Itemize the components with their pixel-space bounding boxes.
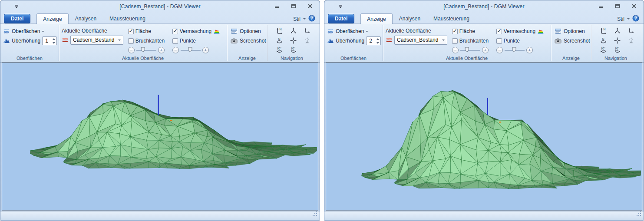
slider-plus-button[interactable]: + bbox=[158, 47, 165, 53]
ribbon-tab-row: Datei Anzeige Analysen Maussteuerung Sti… bbox=[0, 13, 320, 24]
vermaschung-checkbox[interactable] bbox=[172, 29, 178, 34]
surface-combobox[interactable]: Cadsem_Bestand bbox=[394, 36, 447, 45]
tab-anzeige[interactable]: Anzeige bbox=[360, 13, 392, 24]
nav-rotate-90-ccw-button[interactable]: 90° bbox=[274, 46, 285, 55]
terrain-3d-view[interactable] bbox=[326, 63, 641, 210]
file-tab[interactable]: Datei bbox=[328, 14, 354, 23]
screenshot-button[interactable]: Screenshot bbox=[230, 36, 265, 46]
slider-minus-button[interactable]: − bbox=[496, 47, 503, 53]
slider-minus-button[interactable]: − bbox=[172, 47, 179, 53]
nav-3d-axes-button[interactable] bbox=[287, 26, 299, 36]
punkte-checkbox[interactable] bbox=[172, 38, 178, 44]
nav-rotate-90-ccw-button[interactable]: 90° bbox=[598, 46, 609, 55]
checkbox-vermaschung[interactable]: Vermaschung bbox=[496, 26, 549, 36]
exaggeration-spinner[interactable]: 1 bbox=[42, 36, 57, 45]
flaeche-checkbox[interactable] bbox=[452, 29, 458, 34]
slider-plus-button[interactable]: + bbox=[482, 47, 489, 53]
surfaces-dropdown-button[interactable]: Oberflächen bbox=[3, 26, 57, 36]
nav-rotate-90-cw-button[interactable]: 90° bbox=[611, 46, 623, 55]
slider-plus-button[interactable]: + bbox=[202, 47, 209, 53]
spinner-down-button[interactable] bbox=[375, 41, 380, 45]
nav-axis-north-button[interactable]: N bbox=[274, 26, 285, 36]
quick-access-toolbar-icon[interactable] bbox=[337, 3, 343, 10]
bruchkanten-checkbox[interactable] bbox=[452, 38, 458, 44]
exaggeration-row: Überhöhung 1 bbox=[3, 36, 57, 46]
slider-plus-button[interactable]: + bbox=[526, 47, 533, 53]
vermaschung-slider[interactable] bbox=[180, 47, 201, 53]
spinner-up-button[interactable] bbox=[51, 37, 56, 41]
help-button[interactable]: ? bbox=[632, 15, 639, 23]
slider-minus-button[interactable]: − bbox=[452, 47, 459, 53]
flaeche-opacity-slider-row: − + bbox=[452, 46, 494, 54]
minimize-button[interactable] bbox=[274, 3, 281, 9]
quick-access-toolbar-icon[interactable] bbox=[13, 3, 20, 10]
nav-rotate-90-cw-button[interactable]: 90° bbox=[287, 46, 299, 55]
stil-menu[interactable]: Stil bbox=[293, 16, 301, 22]
checkbox-flaeche[interactable]: Fläche bbox=[128, 26, 170, 36]
tab-maussteuerung[interactable]: Maussteuerung bbox=[103, 13, 152, 23]
spinner-down-button[interactable] bbox=[51, 41, 56, 45]
nav-3d-axes-button[interactable] bbox=[611, 26, 623, 36]
checkbox-bruchkanten[interactable]: Bruchkanten bbox=[128, 36, 170, 46]
checkbox-flaeche[interactable]: Fläche bbox=[452, 26, 494, 36]
bruchkanten-checkbox[interactable] bbox=[128, 38, 134, 44]
nav-corner-rotate-button[interactable] bbox=[301, 26, 313, 36]
slider-minus-button[interactable]: − bbox=[128, 47, 135, 53]
exaggeration-spinner[interactable]: 2 bbox=[366, 36, 381, 45]
resize-grip[interactable] bbox=[636, 211, 642, 218]
group-aktuelle-oberflaeche: Aktuelle Oberfläche Cadsem_Bestand bbox=[59, 24, 227, 62]
chevron-down-icon[interactable] bbox=[627, 18, 630, 20]
tab-analysen[interactable]: Analysen bbox=[393, 13, 427, 23]
combobox-arrow[interactable] bbox=[116, 40, 123, 41]
combobox-arrow[interactable] bbox=[440, 40, 447, 41]
tab-analysen[interactable]: Analysen bbox=[69, 13, 103, 23]
nav-rotate-north-button[interactable]: N bbox=[598, 36, 609, 45]
minimize-button[interactable] bbox=[598, 3, 604, 9]
nav-center-view-button[interactable] bbox=[611, 36, 623, 45]
flaeche-checkbox[interactable] bbox=[128, 29, 134, 34]
restore-button[interactable] bbox=[290, 3, 297, 9]
checkbox-bruchkanten[interactable]: Bruchkanten bbox=[452, 36, 494, 46]
spinner-up-button[interactable] bbox=[375, 37, 380, 41]
surface-combobox[interactable]: Cadsem_Bestand bbox=[70, 36, 123, 45]
vermaschung-checkbox[interactable] bbox=[496, 29, 502, 34]
nav-corner-rotate-button[interactable] bbox=[625, 26, 637, 36]
flaeche-opacity-slider[interactable] bbox=[459, 47, 481, 53]
exaggeration-row: Überhöhung 2 bbox=[327, 36, 381, 46]
vermaschung-slider-row: − + bbox=[496, 46, 549, 54]
titlebar[interactable]: [Cadsem_Bestand] - DGM Viewer bbox=[0, 0, 320, 13]
punkte-label: Punkte bbox=[504, 38, 520, 44]
layers-red-icon bbox=[386, 36, 393, 43]
punkte-checkbox[interactable] bbox=[496, 38, 502, 44]
close-button[interactable] bbox=[631, 3, 637, 9]
close-button[interactable] bbox=[307, 3, 314, 9]
svg-text:90°: 90° bbox=[601, 47, 605, 50]
nav-axis-north-button[interactable]: N bbox=[598, 26, 609, 36]
group-label: Aktuelle Oberfläche bbox=[59, 56, 227, 61]
checkbox-punkte[interactable]: Punkte bbox=[172, 36, 225, 46]
tab-maussteuerung[interactable]: Maussteuerung bbox=[427, 13, 476, 23]
vermaschung-slider[interactable] bbox=[504, 47, 525, 53]
nav-center-view-button[interactable] bbox=[287, 36, 299, 45]
titlebar[interactable]: [Cadsem_Bestand] - DGM Viewer bbox=[324, 0, 644, 13]
file-tab[interactable]: Datei bbox=[4, 14, 30, 23]
optionen-button[interactable]: Optionen bbox=[230, 26, 265, 36]
surfaces-dropdown-button[interactable]: Oberflächen bbox=[327, 26, 381, 36]
checkbox-vermaschung[interactable]: Vermaschung bbox=[172, 26, 225, 36]
nav-rotate-north-button[interactable]: N bbox=[274, 36, 285, 45]
terrain-3d-view[interactable] bbox=[2, 63, 317, 210]
exaggeration-label: Überhöhung bbox=[336, 38, 364, 44]
optionen-button[interactable]: Optionen bbox=[554, 26, 589, 36]
tab-anzeige[interactable]: Anzeige bbox=[36, 13, 68, 24]
help-button[interactable]: ? bbox=[308, 15, 315, 23]
chevron-down-icon[interactable] bbox=[303, 18, 306, 20]
checkbox-punkte[interactable]: Punkte bbox=[496, 36, 549, 46]
flaeche-opacity-slider[interactable] bbox=[135, 47, 157, 53]
screenshot-button[interactable]: Screenshot bbox=[554, 36, 589, 46]
group-label: Navigation bbox=[591, 56, 640, 61]
resize-grip[interactable] bbox=[312, 211, 318, 218]
mountain-icon bbox=[3, 37, 10, 44]
surfaces-button-label: Oberflächen bbox=[12, 28, 40, 34]
stil-menu[interactable]: Stil bbox=[617, 16, 624, 22]
restore-button[interactable] bbox=[614, 3, 621, 9]
